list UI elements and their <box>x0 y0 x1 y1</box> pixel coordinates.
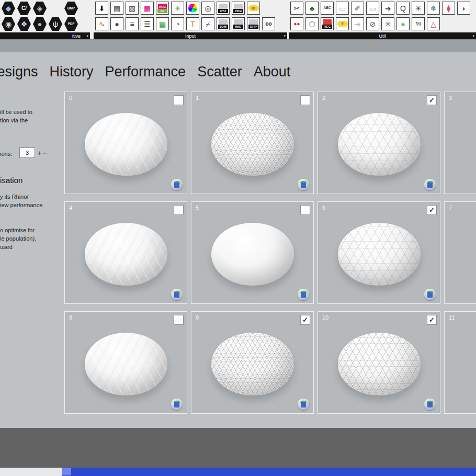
y-icon[interactable]: Y <box>336 17 349 30</box>
tile-checkbox[interactable]: ✓ <box>427 315 437 325</box>
gradient-slider-icon[interactable]: ▦ <box>141 2 154 15</box>
tile-checkbox[interactable] <box>174 205 184 215</box>
graph-mapper-icon[interactable]: ∿ <box>95 17 108 30</box>
cherries-icon[interactable]: ●● <box>290 17 303 30</box>
tree-icon[interactable]: ♣ <box>305 2 319 15</box>
script-c-icon[interactable]: C/ <box>17 2 31 15</box>
data-list-icon[interactable]: ☰ <box>141 17 154 30</box>
bake-button[interactable] <box>171 289 183 300</box>
item-list-icon[interactable]: ≡ <box>126 17 139 30</box>
bake-button[interactable] <box>424 179 436 190</box>
bake-button[interactable] <box>298 289 309 300</box>
img-icon[interactable]: IMG <box>232 17 245 30</box>
pdf-icon[interactable]: PDF <box>64 17 78 31</box>
box-primitive-icon[interactable]: ◆ <box>2 2 15 15</box>
tab-performance[interactable]: Performance <box>105 64 186 80</box>
tab-about[interactable]: About <box>254 64 291 80</box>
snowflake-icon[interactable]: ❄ <box>427 2 440 15</box>
abc-icon[interactable]: ABC <box>321 2 334 15</box>
sphere-icon[interactable]: ◉ <box>2 17 15 31</box>
stepper-value[interactable]: 3 <box>19 148 35 158</box>
stepper-decrease-button[interactable]: − <box>43 149 47 157</box>
calendar-icon[interactable]: AUG20 <box>156 2 169 15</box>
tab-designs[interactable]: Designs <box>0 64 38 80</box>
bake-button[interactable] <box>424 399 436 410</box>
mesh-icon[interactable]: ✳ <box>171 2 184 15</box>
eyes-icon[interactable]: oo <box>262 17 275 30</box>
design-tile-7[interactable]: 7 <box>444 201 476 304</box>
colour-swatch-icon[interactable]: ▦ <box>156 17 169 30</box>
gem-icon[interactable]: ◈ <box>33 2 47 15</box>
circle-slash-icon[interactable]: ⊘ <box>366 17 379 30</box>
taskbar[interactable] <box>62 468 476 476</box>
arrow-light-icon[interactable]: ➜ <box>351 17 364 30</box>
bake-button[interactable] <box>298 179 309 190</box>
zoom-query-icon[interactable]: Q <box>396 2 410 15</box>
design-tile-11[interactable]: 11 <box>444 311 476 414</box>
design-tile-9[interactable]: 9✓ <box>191 311 314 414</box>
bmp-icon[interactable]: BMP <box>64 2 78 15</box>
design-tile-6[interactable]: 6✓ <box>318 201 440 304</box>
design-tile-5[interactable]: 5 <box>191 201 314 304</box>
ball-icon[interactable]: ● <box>33 17 47 31</box>
taskbar-item[interactable] <box>62 468 71 475</box>
toolbar-group-caption[interactable]: Input▾ <box>94 32 287 39</box>
tab-scatter[interactable]: Scatter <box>197 64 242 80</box>
path-mapper-icon[interactable]: ⌿ <box>201 17 214 30</box>
design-tile-1[interactable]: 1 <box>191 92 314 194</box>
bake-button[interactable] <box>171 399 183 410</box>
fx-icon[interactable]: f(x) <box>412 17 425 30</box>
import-file-icon[interactable]: ⬇ <box>95 2 108 15</box>
tile-checkbox[interactable]: ✓ <box>427 95 437 105</box>
half-sphere-icon-glyph: ◗ <box>461 5 466 12</box>
half-sphere-icon[interactable]: ◗ <box>457 2 470 15</box>
desktop-strip <box>0 468 62 476</box>
pdb-icon[interactable]: PDB <box>232 2 245 15</box>
tile-checkbox[interactable] <box>300 95 310 105</box>
xyz-icon[interactable]: XYZ <box>217 2 230 15</box>
text-tag-icon[interactable]: T <box>186 17 199 30</box>
pill-shape-icon[interactable]: ▭ <box>366 2 379 15</box>
tile-checkbox[interactable]: ✓ <box>427 205 437 215</box>
design-tile-2[interactable]: 2✓ <box>318 92 440 194</box>
tile-checkbox[interactable] <box>174 315 184 325</box>
psi-icon[interactable]: ψ <box>49 17 62 31</box>
scatter-icon[interactable]: ✂ <box>290 2 303 15</box>
bake-button[interactable] <box>298 399 309 410</box>
dark-sphere-icon[interactable]: ● <box>110 17 123 30</box>
capsule-icon[interactable]: ▭ <box>336 2 349 15</box>
stepper-increase-button[interactable]: + <box>38 149 42 157</box>
pencil-icon[interactable]: ✐ <box>351 2 364 15</box>
design-tile-3[interactable]: 3 <box>444 92 476 194</box>
3dm-icon[interactable]: 3DM <box>217 17 230 30</box>
hexagon-icon[interactable]: ⬡ <box>305 17 319 30</box>
spark-dark-icon[interactable]: ✳ <box>412 2 425 15</box>
shp-icon[interactable]: SHP <box>247 17 260 30</box>
panel-icon[interactable]: ▤ <box>110 2 123 15</box>
diamond-icon[interactable]: ❖ <box>17 17 31 31</box>
bake-button[interactable] <box>424 289 436 300</box>
toolbar-group-caption[interactable]: Util▾ <box>289 32 476 39</box>
target-icon[interactable]: ◎ <box>201 2 214 15</box>
design-tile-10[interactable]: 10✓ <box>318 311 440 414</box>
pink-triangle-icon[interactable]: △ <box>427 17 440 30</box>
green-sphere-icon[interactable]: ● <box>396 17 410 30</box>
tile-checkbox[interactable] <box>174 95 184 105</box>
arrow-solid-icon[interactable]: ➜ <box>381 2 394 15</box>
tile-checkbox[interactable] <box>300 205 310 215</box>
colour-wheel-icon[interactable] <box>186 2 199 15</box>
tab-history[interactable]: History <box>50 64 94 80</box>
design-tile-0[interactable]: 0 <box>64 92 187 194</box>
grasshopper-canvas[interactable] <box>0 40 476 52</box>
id-icon[interactable]: ID <box>247 2 260 15</box>
timer-icon[interactable]: ◔ <box>171 17 184 30</box>
toolbar-group-caption[interactable]: itive▾ <box>0 32 90 39</box>
bake-button[interactable] <box>171 179 183 190</box>
design-tile-4[interactable]: 4 <box>64 201 187 304</box>
tile-checkbox[interactable]: ✓ <box>300 315 310 325</box>
spark-icon[interactable]: ✳ <box>381 17 394 30</box>
droplet-icon[interactable]: ⧫ <box>442 2 455 15</box>
panel-edit-icon[interactable]: ▧ <box>126 2 139 15</box>
rec-icon[interactable]: REC <box>321 17 334 30</box>
design-tile-8[interactable]: 8 <box>64 311 187 414</box>
